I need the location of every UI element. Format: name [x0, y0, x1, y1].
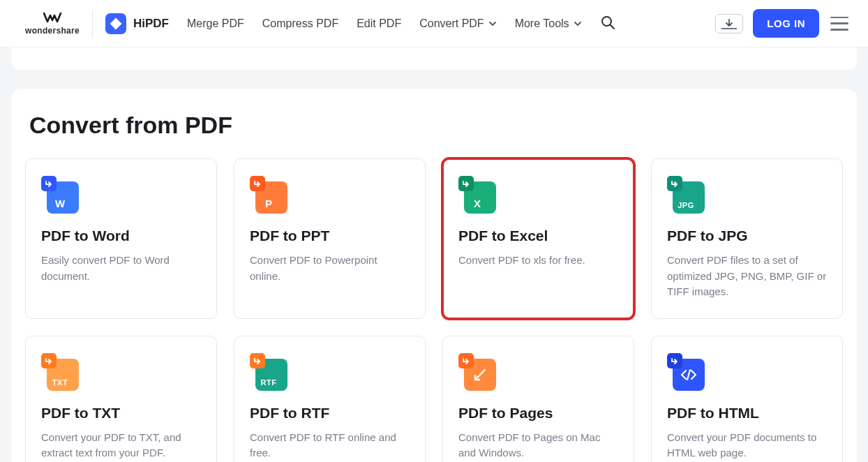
nav-edit-label: Edit PDF: [357, 17, 401, 30]
header: wondershare HiPDF Merge PDF Compress PDF…: [0, 0, 868, 47]
excel-icon: X: [458, 176, 496, 214]
wondershare-logo[interactable]: wondershare: [25, 10, 93, 38]
txt-icon: TXT: [41, 353, 79, 391]
icon-letter: RTF: [250, 378, 287, 387]
nav-more-tools[interactable]: More Tools: [515, 17, 582, 30]
card-title: PDF to Pages: [458, 405, 618, 422]
page-body: Convert from PDF W PDF to Word Easily co…: [0, 47, 868, 462]
nav-more-label: More Tools: [515, 17, 569, 30]
card-desc: Convert PDF to xls for free.: [458, 253, 618, 269]
nav-convert-pdf[interactable]: Convert PDF: [419, 17, 496, 30]
nav-compress-label: Compress PDF: [262, 17, 338, 30]
card-title: PDF to Excel: [458, 228, 618, 244]
login-button[interactable]: LOG IN: [753, 9, 819, 38]
hipdf-badge-icon: [105, 13, 126, 34]
nav-convert-label: Convert PDF: [419, 17, 484, 30]
card-desc: Convert PDF to Pages on Mac and Windows.: [458, 430, 618, 461]
card-pdf-to-word[interactable]: W PDF to Word Easily convert PDF to Word…: [25, 158, 217, 319]
nav-compress-pdf[interactable]: Compress PDF: [262, 17, 338, 30]
icon-letter: W: [41, 198, 79, 209]
icon-letter: TXT: [41, 378, 79, 387]
card-pdf-to-ppt[interactable]: P PDF to PPT Convert PDF to Powerpoint o…: [234, 158, 426, 319]
card-title: PDF to TXT: [41, 405, 201, 422]
icon-letter: X: [458, 198, 496, 209]
card-desc: Convert PDF files to a set of optimized …: [667, 253, 827, 300]
tools-grid: W PDF to Word Easily convert PDF to Word…: [25, 158, 843, 462]
card-pdf-to-rtf[interactable]: RTF PDF to RTF Convert PDF to RTF online…: [234, 336, 426, 463]
ppt-icon: P: [250, 176, 287, 214]
card-pdf-to-excel[interactable]: X PDF to Excel Convert PDF to xls for fr…: [442, 158, 634, 319]
card-desc: Convert PDF to RTF online and free.: [250, 430, 410, 461]
section-title: Convert from PDF: [29, 112, 843, 139]
jpg-icon: JPG: [667, 176, 705, 214]
card-pdf-to-jpg[interactable]: JPG PDF to JPG Convert PDF files to a se…: [651, 158, 843, 319]
card-title: PDF to HTML: [667, 405, 827, 422]
card-pdf-to-html[interactable]: PDF to HTML Convert your PDF documents t…: [651, 336, 843, 463]
card-title: PDF to RTF: [250, 405, 410, 422]
html-icon: [667, 353, 705, 391]
previous-panel-edge: [11, 47, 857, 70]
wondershare-text: wondershare: [25, 26, 80, 36]
nav-merge-pdf[interactable]: Merge PDF: [187, 17, 244, 30]
hipdf-logo[interactable]: HiPDF: [105, 13, 169, 34]
chevron-down-icon: [488, 20, 497, 28]
hipdf-text: HiPDF: [133, 17, 169, 31]
word-icon: W: [41, 176, 79, 214]
rtf-icon: RTF: [250, 353, 287, 391]
hamburger-menu-icon[interactable]: [830, 17, 848, 31]
card-desc: Easily convert PDF to Word document.: [41, 253, 201, 284]
svg-line-2: [610, 24, 614, 29]
nav-merge-label: Merge PDF: [187, 17, 244, 30]
icon-letter: JPG: [667, 201, 705, 209]
wondershare-mark-icon: [43, 12, 62, 24]
nav-edit-pdf[interactable]: Edit PDF: [357, 17, 401, 30]
card-desc: Convert your PDF to TXT, and extract tex…: [41, 430, 201, 461]
download-button[interactable]: [715, 14, 743, 33]
pages-icon: [458, 353, 496, 391]
chevron-down-icon: [574, 20, 582, 28]
card-pdf-to-pages[interactable]: PDF to Pages Convert PDF to Pages on Mac…: [442, 336, 634, 463]
card-title: PDF to JPG: [667, 228, 827, 244]
card-title: PDF to Word: [41, 228, 201, 244]
main-nav: Merge PDF Compress PDF Edit PDF Convert …: [187, 17, 582, 30]
icon-letter: P: [250, 198, 287, 209]
convert-from-pdf-panel: Convert from PDF W PDF to Word Easily co…: [11, 89, 857, 462]
card-pdf-to-txt[interactable]: TXT PDF to TXT Convert your PDF to TXT, …: [25, 336, 217, 463]
svg-rect-0: [110, 17, 122, 29]
card-desc: Convert your PDF documents to HTML web p…: [667, 430, 827, 461]
card-desc: Convert PDF to Powerpoint online.: [250, 253, 410, 284]
search-icon[interactable]: [600, 15, 615, 33]
card-title: PDF to PPT: [250, 228, 410, 244]
